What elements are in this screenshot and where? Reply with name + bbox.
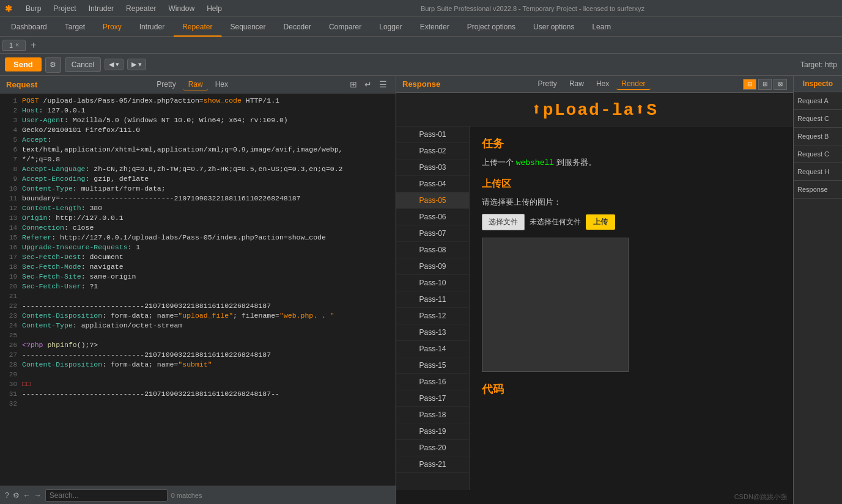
inspector-request-b[interactable]: Request B — [794, 128, 842, 145]
response-view-tabs: Pretty Raw Hex Render — [533, 78, 651, 90]
code-line: 19Sec-Fetch-Site: same-origin — [0, 272, 396, 282]
tab-comparer[interactable]: Comparer — [320, 17, 371, 37]
nav-back-button[interactable]: ◀ ▾ — [105, 59, 124, 70]
inspector-request-a[interactable]: Request A — [794, 92, 842, 110]
code-line: 28Content-Disposition: form-data; name="… — [0, 360, 396, 370]
code-line: 21 — [0, 291, 396, 301]
menu-help[interactable]: Help — [201, 0, 228, 17]
code-section-title: 代码 — [482, 382, 781, 396]
format-btn-full[interactable]: ⊠ — [774, 79, 787, 90]
nav-pass-05[interactable]: Pass-05 — [396, 192, 469, 209]
request-action-menu[interactable]: ☰ — [377, 78, 390, 90]
menu-burp[interactable]: Burp — [20, 0, 47, 17]
menu-repeater[interactable]: Repeater — [120, 0, 162, 17]
send-button[interactable]: Send — [5, 57, 42, 71]
code-line: 26<?php phpinfo();?> — [0, 340, 396, 350]
nav-forward-button[interactable]: ▶ ▾ — [127, 59, 146, 70]
tab-sequencer[interactable]: Sequencer — [222, 17, 275, 37]
code-line: 20Sec-Fetch-User: ?1 — [0, 282, 396, 291]
tab-decoder[interactable]: Decoder — [275, 17, 320, 37]
nav-pass-20[interactable]: Pass-20 — [396, 440, 469, 456]
nav-pass-06[interactable]: Pass-06 — [396, 209, 469, 225]
settings-icon[interactable]: ⚙ — [45, 57, 61, 73]
toolbar: Send ⚙ Cancel ◀ ▾ ▶ ▾ Target: http — [0, 54, 842, 76]
inspector-request-c1[interactable]: Request C — [794, 110, 842, 128]
request-tab-pretty[interactable]: Pretty — [152, 79, 180, 90]
tab-intruder[interactable]: Intruder — [131, 17, 174, 37]
response-tab-pretty[interactable]: Pretty — [533, 78, 562, 90]
close-icon[interactable]: × — [15, 42, 19, 48]
arrow-left-icon[interactable]: ← — [23, 491, 31, 500]
cancel-button[interactable]: Cancel — [65, 57, 101, 72]
format-btn-split-h[interactable]: ⊟ — [743, 79, 756, 90]
request-action-format[interactable]: ⊞ — [347, 78, 360, 90]
upload-controls: 选择文件 未选择任何文件 上传 — [482, 214, 781, 230]
upload-labs-nav: Pass-01 Pass-02 Pass-03 Pass-04 Pass-05 … — [396, 126, 470, 490]
format-btn-split-v[interactable]: ⊞ — [758, 79, 772, 90]
code-line: 8Accept-Language: zh-CN,zh;q=0.8,zh-TW;q… — [0, 164, 396, 174]
request-tab-hex[interactable]: Hex — [210, 79, 233, 90]
request-code-area[interactable]: 1POST /upload-labs/Pass-05/index.php?act… — [0, 93, 396, 486]
nav-pass-07[interactable]: Pass-07 — [396, 225, 469, 242]
nav-pass-01[interactable]: Pass-01 — [396, 126, 469, 143]
watermark: CSDN@跳跳小强 — [396, 490, 793, 504]
repeater-instance-1[interactable]: 1 × — [2, 40, 26, 51]
code-line: 27-----------------------------210710903… — [0, 350, 396, 360]
tab-project-options[interactable]: Project options — [459, 17, 525, 37]
tab-learn[interactable]: Learn — [583, 17, 620, 37]
nav-pass-03[interactable]: Pass-03 — [396, 159, 469, 176]
inspector-response[interactable]: Response — [794, 181, 842, 199]
nav-pass-08[interactable]: Pass-08 — [396, 242, 469, 258]
nav-pass-12[interactable]: Pass-12 — [396, 308, 469, 324]
nav-pass-19[interactable]: Pass-19 — [396, 423, 469, 440]
webshell-keyword: webshell — [516, 158, 554, 167]
code-line: 24Content-Type: application/octet-stream — [0, 321, 396, 331]
tab-repeater[interactable]: Repeater — [174, 17, 221, 37]
tab-proxy[interactable]: Proxy — [94, 17, 131, 37]
nav-pass-09[interactable]: Pass-09 — [396, 258, 469, 275]
search-prev-icon[interactable]: ? — [5, 491, 9, 500]
add-tab-button[interactable]: + — [26, 37, 41, 54]
nav-pass-15[interactable]: Pass-15 — [396, 357, 469, 374]
upload-prompt: 请选择要上传的图片： — [482, 197, 781, 208]
nav-pass-11[interactable]: Pass-11 — [396, 291, 469, 308]
nav-pass-02[interactable]: Pass-02 — [396, 143, 469, 159]
request-tab-raw[interactable]: Raw — [183, 79, 208, 90]
code-line: 15Referer: http://127.0.0.1/upload-labs/… — [0, 233, 396, 243]
arrow-right-icon[interactable]: → — [34, 491, 42, 500]
tab-user-options[interactable]: User options — [525, 17, 583, 37]
tab-extender[interactable]: Extender — [412, 17, 459, 37]
app-title: Burp Suite Professional v2022.8 - Tempor… — [421, 5, 644, 12]
tab-logger[interactable]: Logger — [371, 17, 411, 37]
code-line: 22-----------------------------210710903… — [0, 301, 396, 311]
response-tab-raw[interactable]: Raw — [564, 78, 589, 90]
tab-dashboard[interactable]: Dashboard — [2, 17, 56, 37]
menu-intruder[interactable]: Intruder — [83, 0, 120, 17]
response-tab-hex[interactable]: Hex — [591, 78, 614, 90]
target-info: Target: http — [800, 60, 837, 69]
upload-button[interactable]: 上传 — [586, 214, 615, 230]
inspector-request-c2[interactable]: Request C — [794, 145, 842, 163]
menu-window[interactable]: Window — [162, 0, 201, 17]
menu-project[interactable]: Project — [47, 0, 82, 17]
tab-target[interactable]: Target — [56, 17, 94, 37]
app-logo: ✱ — [5, 4, 12, 13]
settings-search-icon[interactable]: ⚙ — [13, 491, 20, 500]
nav-pass-17[interactable]: Pass-17 — [396, 390, 469, 407]
nav-pass-14[interactable]: Pass-14 — [396, 341, 469, 357]
nav-pass-10[interactable]: Pass-10 — [396, 275, 469, 291]
request-action-wrap[interactable]: ↵ — [362, 78, 374, 90]
request-panel-header: Request Pretty Raw Hex ⊞ ↵ ☰ — [0, 76, 396, 93]
nav-pass-13[interactable]: Pass-13 — [396, 324, 469, 341]
upload-labs-title: ⬆pLoad-la⬆S — [408, 99, 781, 120]
upload-labs-body: Pass-01 Pass-02 Pass-03 Pass-04 Pass-05 … — [396, 126, 793, 490]
nav-pass-04[interactable]: Pass-04 — [396, 176, 469, 192]
nav-pass-18[interactable]: Pass-18 — [396, 407, 469, 423]
response-tab-render[interactable]: Render — [616, 78, 650, 90]
inspector-title: Inspecto — [794, 76, 842, 92]
inspector-request-h[interactable]: Request H — [794, 163, 842, 181]
nav-pass-21[interactable]: Pass-21 — [396, 456, 469, 473]
nav-pass-16[interactable]: Pass-16 — [396, 374, 469, 390]
choose-file-button[interactable]: 选择文件 — [482, 214, 525, 230]
search-input[interactable] — [45, 489, 168, 502]
